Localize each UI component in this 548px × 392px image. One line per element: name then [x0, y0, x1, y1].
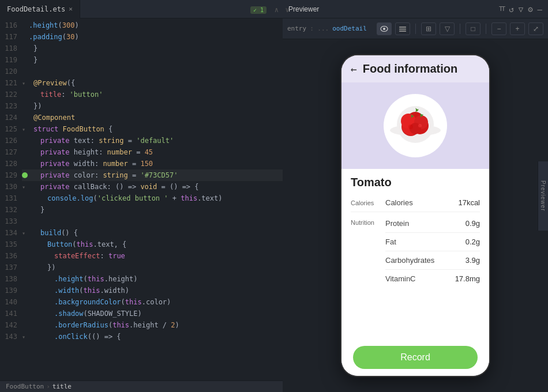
phone-header: ← Food information	[341, 55, 489, 82]
code-content: .height(300) .padding(30) } } ▾@Preview(…	[22, 18, 283, 380]
entry-name: oodDetail	[332, 25, 367, 32]
code-line: .backgroundColor(this.color)	[22, 296, 283, 308]
food-name: Tomato	[341, 169, 489, 194]
titlebar-icons: TT ↺ ▽ ⚙ —	[499, 5, 542, 14]
phone-screen: ← Food information	[341, 55, 489, 376]
previewer-panel: Previewer TT ↺ ▽ ⚙ — entry : ... oodDeta…	[283, 0, 548, 392]
fold-arrow-125[interactable]: ▾	[22, 126, 25, 133]
code-line: .width(this.width)	[22, 285, 283, 296]
nutrition-table: Calories Calories 17kcal Nutrition Prote…	[341, 194, 489, 339]
code-area: 116117118119 120121122123 124125126127 1…	[0, 18, 283, 380]
check-badge-area: ✓ 1 ∧ ∨	[248, 3, 283, 14]
calories-section-label: Calories	[351, 199, 385, 206]
minimize-icon[interactable]: —	[538, 5, 542, 14]
dropdown-button[interactable]: ▽	[440, 22, 455, 35]
check-badge: ✓ 1	[250, 6, 267, 14]
tab-filename: FoodDetail.ets	[7, 5, 65, 13]
bottom-bar: FoodButton › title	[0, 380, 283, 392]
code-line: })	[22, 262, 283, 273]
food-image	[384, 94, 447, 157]
expand-icon[interactable]: ∧	[275, 6, 279, 14]
code-line: ▾@Preview({	[22, 77, 283, 89]
previewer-side-tab: Previewer	[538, 161, 548, 231]
code-line: })	[22, 100, 283, 112]
toolbar-separator-3	[486, 24, 486, 34]
code-line: ▾.onClick(() => {	[22, 331, 283, 342]
phone-screen-title: Food information	[363, 62, 457, 76]
breadcrumb-sep: ›	[46, 383, 50, 390]
code-line: .height(300)	[22, 20, 283, 31]
code-line: stateEffect: true	[22, 250, 283, 262]
code-line: .height(this.height)	[22, 273, 283, 285]
vitaminc-label: VitaminC	[385, 274, 455, 283]
toolbar-separator	[415, 24, 416, 34]
code-line: private height: number = 45	[22, 146, 283, 158]
svg-rect-2	[399, 27, 406, 28]
eye-button[interactable]	[377, 22, 392, 35]
fat-value: 0.2g	[466, 238, 480, 246]
phone-mockup: ← Food information	[340, 54, 490, 377]
code-line: }	[22, 54, 283, 66]
code-line-129: private color: string = '#73CD57'	[22, 169, 283, 181]
frame-button[interactable]: □	[466, 22, 481, 35]
code-line: .borderRadius(this.height / 2)	[22, 319, 283, 331]
entry-sep: : ...	[310, 25, 329, 32]
vitaminc-row: VitaminC 17.8mg	[385, 270, 480, 288]
breadcrumb: FoodButton › title	[6, 383, 72, 390]
code-line	[22, 66, 283, 77]
protein-row: Protein 0.9g	[385, 214, 480, 233]
back-button[interactable]: ←	[351, 63, 357, 75]
fold-arrow-121[interactable]: ▾	[22, 80, 25, 86]
refresh-icon[interactable]: ↺	[509, 5, 513, 14]
fat-row: Fat 0.2g	[385, 233, 480, 251]
code-line: @Component	[22, 112, 283, 123]
code-line: }	[22, 204, 283, 216]
green-dot-icon	[22, 172, 28, 178]
food-image-container	[341, 82, 489, 169]
calories-label: Calories	[385, 198, 458, 207]
code-line	[22, 216, 283, 227]
breadcrumb-component: FoodButton	[6, 383, 44, 390]
filter-icon[interactable]: ▽	[519, 5, 523, 14]
code-line: }	[22, 43, 283, 54]
layers-button[interactable]	[395, 22, 410, 35]
code-line: console.log('clicked button ' + this.tex…	[22, 193, 283, 204]
previewer-titlebar: Previewer TT ↺ ▽ ⚙ —	[283, 0, 548, 18]
code-line: ▾struct FoodButton {	[22, 123, 283, 135]
previewer-title: Previewer	[288, 5, 319, 13]
protein-value: 0.9g	[466, 219, 480, 228]
grid-button[interactable]: ⊞	[421, 22, 436, 35]
code-line: ▾build() {	[22, 227, 283, 239]
code-line: Button(this.text, {	[22, 239, 283, 250]
previewer-content: ← Food information	[283, 39, 548, 392]
code-line: title: 'button'	[22, 89, 283, 100]
scroll-up-icon[interactable]: TT	[499, 5, 504, 13]
svg-point-1	[383, 28, 385, 30]
nutrition-calories-row: Calories Calories 17kcal	[351, 194, 480, 212]
record-button[interactable]: Record	[353, 346, 478, 369]
tab-bar: FoodDetail.ets ✕	[0, 0, 283, 18]
fold-arrow-134[interactable]: ▾	[22, 230, 25, 236]
calories-value: 17kcal	[458, 198, 480, 207]
code-line: private text: string = 'default'	[22, 135, 283, 146]
svg-point-15	[418, 124, 422, 127]
svg-rect-3	[399, 28, 406, 29]
fold-arrow-130[interactable]: ▾	[22, 184, 25, 190]
svg-rect-4	[399, 31, 406, 32]
settings-icon[interactable]: ⚙	[528, 5, 532, 14]
vitaminc-value: 17.8mg	[455, 274, 480, 283]
fold-arrow-143[interactable]: ▾	[22, 334, 25, 340]
zoom-out-button[interactable]: −	[491, 22, 506, 35]
nutrition-section-label: Nutrition	[351, 214, 385, 226]
editor-panel: FoodDetail.ets ✕ 116117118119 1201211221…	[0, 0, 283, 392]
zoom-in-button[interactable]: +	[510, 22, 525, 35]
fat-label: Fat	[385, 238, 466, 246]
fullscreen-button[interactable]: ⤢	[528, 22, 543, 35]
code-line: .shadow(SHADOW_STYLE)	[22, 308, 283, 319]
protein-label: Protein	[385, 219, 466, 228]
toolbar-separator-2	[460, 24, 460, 34]
tomato-svg	[386, 97, 444, 154]
carbs-label: Carbohydrates	[385, 256, 466, 265]
tab-close-icon[interactable]: ✕	[69, 5, 73, 13]
file-tab[interactable]: FoodDetail.ets ✕	[0, 0, 80, 18]
